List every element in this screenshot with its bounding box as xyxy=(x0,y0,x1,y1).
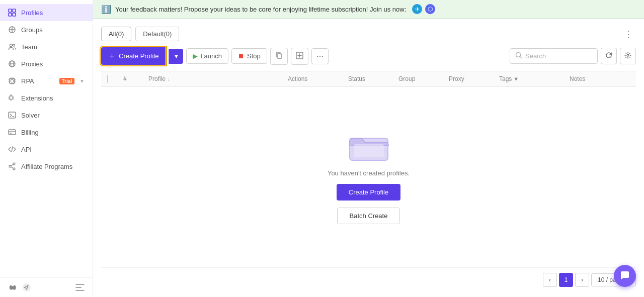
sidebar-item-billing-label: Billing xyxy=(21,129,85,136)
puzzle-icon xyxy=(8,94,16,102)
stop-button[interactable]: ⏹ Stop xyxy=(231,48,267,64)
sidebar-bottom xyxy=(0,277,93,297)
launch-label: Launch xyxy=(200,52,222,60)
svg-rect-2 xyxy=(9,13,12,16)
search-icon xyxy=(515,52,522,60)
sidebar-item-proxies[interactable]: Proxies xyxy=(0,55,93,72)
empty-state: You haven't created profiles. Create Pro… xyxy=(101,87,636,267)
col-actions: Actions xyxy=(288,75,348,82)
sidebar-item-affiliate-label: Affiliate Programs xyxy=(21,163,85,170)
sort-icon[interactable]: ↓ xyxy=(168,76,170,82)
prev-page-button[interactable]: ‹ xyxy=(543,273,557,287)
chevron-down-icon: ▼ xyxy=(173,53,179,60)
svg-point-6 xyxy=(13,44,15,46)
svg-point-16 xyxy=(11,287,12,288)
col-profile-label: Profile xyxy=(148,75,166,82)
create-profile-label: Create Profile xyxy=(119,52,158,60)
grid-icon xyxy=(8,26,16,34)
launch-button[interactable]: ▶ Launch xyxy=(186,48,228,64)
svg-point-14 xyxy=(9,165,11,167)
svg-rect-1 xyxy=(13,9,16,12)
rpa-trial-badge: Trial xyxy=(59,78,75,84)
svg-point-5 xyxy=(10,44,13,47)
next-page-button[interactable]: › xyxy=(575,273,589,287)
col-hash: # xyxy=(123,75,148,82)
sidebar-item-billing[interactable]: Billing xyxy=(0,124,93,141)
search-input[interactable] xyxy=(525,52,592,60)
layout-icon xyxy=(8,9,16,17)
discord-icon[interactable] xyxy=(8,283,17,292)
sidebar-item-solver-label: Solver xyxy=(21,112,85,119)
svg-point-22 xyxy=(627,54,629,56)
sidebar-item-extensions[interactable]: Extensions xyxy=(0,89,93,107)
stop-label: Stop xyxy=(247,52,261,60)
sidebar-item-api-label: API xyxy=(21,146,85,153)
pagination: ‹ 1 › 10 / page xyxy=(101,267,636,289)
col-tags-label: Tags xyxy=(499,75,512,82)
stop-icon: ⏹ xyxy=(238,52,245,60)
launch-icon: ▶ xyxy=(193,52,198,60)
import-button[interactable] xyxy=(291,48,308,65)
clone-button[interactable] xyxy=(270,48,288,65)
globe-icon xyxy=(8,60,16,68)
sidebar-item-solver[interactable]: Solver xyxy=(0,107,93,124)
plus-icon: ＋ xyxy=(108,51,116,61)
more-toolbar-button[interactable]: ⋯ xyxy=(311,48,329,64)
empty-create-profile-button[interactable]: Create Profile xyxy=(337,184,400,201)
svg-point-17 xyxy=(13,287,14,288)
empty-folder-icon xyxy=(349,130,389,162)
tab-default[interactable]: Default(0) xyxy=(135,27,179,41)
tags-filter-icon[interactable]: ▼ xyxy=(513,76,519,82)
refresh-button[interactable] xyxy=(601,48,617,64)
create-profile-dropdown-button[interactable]: ▼ xyxy=(169,49,183,64)
create-profile-button[interactable]: ＋ Create Profile xyxy=(101,47,166,65)
col-profile: Profile ↓ xyxy=(148,75,288,82)
banner-telegram-icon[interactable]: ✈ xyxy=(412,4,422,14)
cpu-icon xyxy=(8,77,16,85)
sidebar-item-affiliate[interactable]: Affiliate Programs xyxy=(0,158,93,175)
sidebar-item-team-label: Team xyxy=(21,43,85,51)
more-options-button[interactable]: ⋮ xyxy=(621,28,636,41)
sidebar-item-rpa-label: RPA xyxy=(21,77,54,85)
users-icon xyxy=(8,43,16,51)
tab-all[interactable]: All(0) xyxy=(101,27,131,41)
settings-button[interactable] xyxy=(620,48,636,64)
sidebar-item-profiles-label: Profiles xyxy=(21,9,85,17)
svg-rect-11 xyxy=(9,112,16,118)
col-tags: Tags ▼ xyxy=(499,75,570,82)
sidebar-item-groups[interactable]: Groups xyxy=(0,21,93,38)
telegram-icon[interactable] xyxy=(22,283,31,292)
menu-collapse-icon[interactable] xyxy=(75,284,85,291)
banner-text: Your feedback matters! Propose your idea… xyxy=(115,6,406,13)
col-status: Status xyxy=(348,75,398,82)
sidebar-item-proxies-label: Proxies xyxy=(21,60,85,68)
share-icon xyxy=(8,162,16,170)
sidebar-item-groups-label: Groups xyxy=(21,26,85,34)
toolbar: ＋ Create Profile ▼ ▶ Launch ⏹ Stop ⋯ xyxy=(101,47,636,65)
page-1-button[interactable]: 1 xyxy=(559,273,573,287)
sidebar-item-rpa[interactable]: RPA Trial ▼ xyxy=(0,72,93,89)
sidebar-item-team[interactable]: Team xyxy=(0,38,93,55)
col-proxy: Proxy xyxy=(449,75,499,82)
main-content: ℹ️ Your feedback matters! Propose your i… xyxy=(93,0,644,297)
svg-rect-3 xyxy=(13,13,16,16)
select-all-checkbox[interactable] xyxy=(107,75,108,83)
sidebar-item-profiles[interactable]: Profiles xyxy=(0,4,93,21)
chevron-down-icon: ▼ xyxy=(79,78,85,84)
feedback-banner: ℹ️ Your feedback matters! Propose your i… xyxy=(93,0,644,19)
tabs-row: All(0) Default(0) ⋮ xyxy=(101,27,636,41)
col-group: Group xyxy=(398,75,449,82)
sidebar-nav: Profiles Groups Team Proxies RPA T xyxy=(0,0,93,277)
svg-rect-9 xyxy=(10,78,15,83)
chat-button[interactable] xyxy=(614,265,636,287)
svg-rect-19 xyxy=(277,54,282,58)
sidebar-item-api[interactable]: API xyxy=(0,141,93,158)
table-header: # Profile ↓ Actions Status Group Proxy T… xyxy=(101,71,636,87)
svg-rect-24 xyxy=(354,144,384,157)
svg-rect-12 xyxy=(9,130,16,135)
banner-discord-icon[interactable]: ⬡ xyxy=(425,4,435,14)
col-notes: Notes xyxy=(570,75,630,82)
code-icon xyxy=(8,145,16,153)
svg-rect-0 xyxy=(9,9,12,12)
batch-create-button[interactable]: Batch Create xyxy=(337,208,400,224)
